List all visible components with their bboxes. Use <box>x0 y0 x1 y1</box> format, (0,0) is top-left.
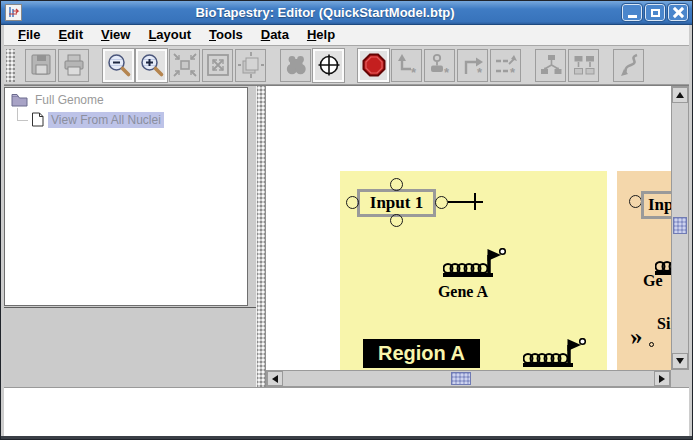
svg-text:*: * <box>444 65 450 78</box>
selection-handle-top[interactable] <box>390 178 403 191</box>
relayout-curve-button[interactable] <box>613 49 644 82</box>
horizontal-scroll-thumb[interactable] <box>451 372 471 385</box>
selection-handle-bottom[interactable] <box>390 214 403 227</box>
zoom-to-all-icon <box>238 52 264 78</box>
selection-handle-right[interactable] <box>435 196 448 209</box>
add-link-button[interactable]: * <box>391 49 422 82</box>
zoom-to-model-button[interactable] <box>169 49 200 82</box>
center-crosshair-button[interactable] <box>313 49 344 82</box>
arrow-down-icon <box>676 358 684 364</box>
tree-item-label: Full Genome <box>32 92 107 108</box>
window-title: BioTapestry: Editor (QuickStartModel.btp… <box>28 5 622 20</box>
input-2-node[interactable]: Inp <box>641 191 671 219</box>
zoom-out-icon <box>106 52 132 78</box>
menu-layout[interactable]: Layout <box>139 26 200 44</box>
scroll-down-button[interactable] <box>672 353 688 369</box>
gene-a-glyph[interactable] <box>443 248 507 278</box>
add-gene-button[interactable]: * <box>457 49 488 82</box>
center-crosshair-icon <box>316 52 342 78</box>
vertical-scroll-track[interactable] <box>672 103 688 353</box>
zoom-to-model-icon <box>172 52 198 78</box>
menubar: FileEditViewLayoutToolsDataHelp <box>4 25 689 46</box>
save-icon <box>28 52 54 78</box>
input-1-node[interactable]: Input 1 <box>357 189 436 217</box>
zoom-to-fit-icon <box>205 52 231 78</box>
stop-icon <box>361 52 387 78</box>
add-node-button[interactable]: * <box>424 49 455 82</box>
biotapestry-logo-icon <box>7 6 20 19</box>
app-icon <box>5 4 22 21</box>
scroll-up-button[interactable] <box>672 87 688 103</box>
tree-connector-line <box>17 108 28 121</box>
close-icon <box>673 7 684 18</box>
maximize-icon <box>651 9 660 17</box>
vertical-scroll-thumb[interactable] <box>673 217 687 234</box>
menu-file[interactable]: File <box>9 26 49 44</box>
add-module-button[interactable]: * <box>490 49 521 82</box>
horizontal-scroll-track[interactable] <box>283 371 654 386</box>
scrollbar-corner <box>671 370 689 387</box>
main-area: Full GenomeView From All Nuclei Input 1 <box>4 85 689 387</box>
svg-text:*: * <box>477 65 483 78</box>
gene-glyph-2[interactable] <box>523 338 587 368</box>
scroll-right-button[interactable] <box>654 371 670 386</box>
menu-view[interactable]: View <box>92 26 139 44</box>
arrow-up-icon <box>676 92 684 98</box>
close-button[interactable] <box>668 4 688 21</box>
search-icon <box>283 52 309 78</box>
signal-ring-glyph <box>649 342 654 347</box>
region-a-banner-label: Region A <box>378 342 465 365</box>
selection-handle-left[interactable] <box>346 196 359 209</box>
maximize-button[interactable] <box>645 4 665 21</box>
link-end-cross-v <box>474 193 476 210</box>
network-tree-button[interactable] <box>535 49 566 82</box>
network-tree-icon <box>538 52 564 78</box>
horizontal-scrollbar[interactable] <box>266 370 671 387</box>
toolbar-drag-handle[interactable] <box>6 49 15 82</box>
minimize-icon <box>628 15 637 18</box>
tree-item-view-from-all-nuclei[interactable]: View From All Nuclei <box>5 111 247 128</box>
arrow-left-icon <box>272 375 278 383</box>
menu-help[interactable]: Help <box>298 26 344 44</box>
status-bar <box>4 387 689 436</box>
relayout-curve-icon <box>616 52 642 78</box>
minimize-button[interactable] <box>622 4 642 21</box>
toolbar: **** <box>4 46 689 85</box>
zoom-in-button[interactable] <box>136 49 167 82</box>
zoom-out-button[interactable] <box>103 49 134 82</box>
menu-data[interactable]: Data <box>252 26 298 44</box>
vertical-scrollbar[interactable] <box>671 86 689 370</box>
add-node-icon: * <box>427 52 453 78</box>
zoom-in-icon <box>139 52 165 78</box>
print-button[interactable] <box>58 49 89 82</box>
stop-button[interactable] <box>358 49 389 82</box>
titlebar: BioTapestry: Editor (QuickStartModel.btp… <box>1 1 692 25</box>
save-button[interactable] <box>25 49 56 82</box>
menu-edit[interactable]: Edit <box>49 26 92 44</box>
search-button[interactable] <box>280 49 311 82</box>
parallel-layout-button[interactable] <box>568 49 599 82</box>
split-pane-divider[interactable] <box>256 86 266 387</box>
input-2-label: Inp <box>648 195 671 215</box>
tree-item-full-genome[interactable]: Full Genome <box>5 91 247 108</box>
menu-tools[interactable]: Tools <box>200 26 252 44</box>
parallel-layout-icon <box>571 52 597 78</box>
window-bottom-frame <box>1 436 692 439</box>
add-link-icon: * <box>394 52 420 78</box>
app-window: BioTapestry: Editor (QuickStartModel.btp… <box>0 0 693 440</box>
arrow-right-icon <box>659 375 665 383</box>
svg-text:*: * <box>510 65 516 78</box>
model-tree-panel: Full GenomeView From All Nuclei <box>4 86 256 387</box>
print-icon <box>61 52 87 78</box>
model-tree: Full GenomeView From All Nuclei <box>4 87 248 306</box>
zoom-to-all-button[interactable] <box>235 49 266 82</box>
zoom-to-fit-button[interactable] <box>202 49 233 82</box>
tree-item-label: View From All Nuclei <box>48 112 164 128</box>
gene-a-label: Gene A <box>413 283 513 301</box>
svg-text:*: * <box>411 65 417 78</box>
scroll-left-button[interactable] <box>267 371 283 386</box>
input-1-label: Input 1 <box>370 193 423 213</box>
network-canvas-area: Input 1 <box>266 86 689 387</box>
folder-icon <box>11 93 28 107</box>
region-a-banner[interactable]: Region A <box>363 339 480 368</box>
